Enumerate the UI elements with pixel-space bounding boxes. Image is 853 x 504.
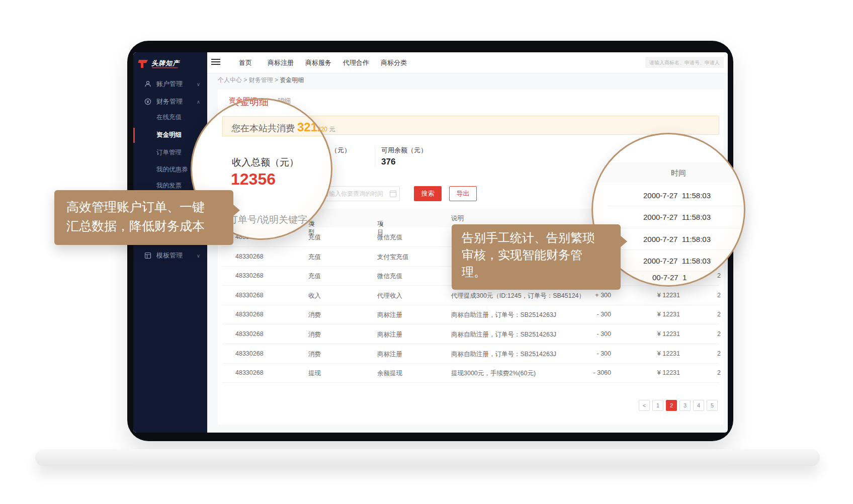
- sidebar-item-finance[interactable]: 财务管理 ∧: [133, 93, 207, 111]
- cell-desc: 商标自助注册，订单号：SB2514263J: [451, 350, 556, 359]
- cell-time-fragment: 2: [717, 292, 721, 299]
- hamburger-menu-icon[interactable]: [211, 59, 220, 66]
- cell-balance: ¥ 12231: [620, 350, 680, 357]
- breadcrumb-current: 资金明细: [280, 76, 304, 83]
- pagination-page-3[interactable]: 3: [679, 400, 691, 411]
- cell-project: 余额提现: [377, 369, 402, 378]
- cell-time-fragment: 2: [717, 272, 721, 279]
- cell-order: 48330268: [235, 350, 264, 357]
- cell-order: 48330268: [235, 253, 264, 260]
- lens-timestamp-fragment: 00-7-27 1: [652, 273, 687, 282]
- stat-balance-label: 可用余额（元）: [381, 146, 427, 155]
- cell-desc: 商标自助注册，订单号：SB2514263J: [451, 311, 556, 319]
- cell-type: 消费: [308, 330, 321, 339]
- cell-project: 微信充值: [377, 233, 402, 242]
- cell-balance: ¥ 12231: [620, 311, 680, 318]
- sidebar-subitem-orders[interactable]: 订单管理: [156, 146, 182, 158]
- table-row[interactable]: 48330268消费商标注册商标自助注册，订单号：SB2514263J- 300…: [222, 305, 719, 324]
- callout-text: 理。: [462, 264, 611, 281]
- lens-time-header: 时间: [671, 169, 686, 178]
- tooltip-arrow-icon: [233, 204, 240, 216]
- cell-order: 48330268: [235, 272, 264, 279]
- tooltip-arrow-icon: [620, 235, 627, 247]
- nav-home[interactable]: 首页: [239, 52, 252, 73]
- template-icon: [144, 252, 151, 259]
- cell-balance: ¥ 12231: [620, 369, 680, 376]
- sort-caret-icon: ∨: [310, 220, 315, 227]
- active-indicator: [133, 128, 135, 143]
- sidebar-subitem-recharge[interactable]: 在线充值: [156, 111, 182, 123]
- cell-project: 商标注册: [377, 330, 402, 339]
- date-query-input[interactable]: [318, 186, 400, 201]
- nav-tm-class[interactable]: 商标分类: [381, 52, 407, 73]
- lens-timestamp: 2000-7-27 11:58:03: [643, 191, 711, 200]
- brand-logo-icon: [137, 58, 149, 70]
- cell-project: 微信充值: [377, 272, 402, 281]
- breadcrumb-path: 个人中心 > 财务管理 >: [218, 76, 280, 83]
- cell-type: 消费: [308, 350, 321, 359]
- cell-type: 收入: [308, 292, 321, 300]
- lens-row-separator: [608, 228, 744, 228]
- sidebar-item-template[interactable]: 模板管理 ∨: [133, 246, 207, 265]
- table-row[interactable]: 48330268消费商标注册商标自助注册，订单号：SB2514263J- 300…: [222, 324, 719, 344]
- finance-icon: [144, 98, 151, 105]
- pagination-page-2-active[interactable]: 2: [666, 400, 677, 411]
- lens-time-header-strip: 时间: [593, 162, 744, 183]
- callout-text: 告别手工统计、告别繁琐: [462, 229, 611, 246]
- lens-timestamp: 2000-7-27 11:58:03: [643, 235, 711, 243]
- chevron-down-icon: ∨: [197, 253, 200, 259]
- search-button[interactable]: 搜索: [414, 186, 442, 201]
- cell-order: 48330268: [235, 292, 264, 299]
- cell-type: 充值: [308, 272, 321, 281]
- top-navbar: 首页 商标注册 商标服务 代理合作 商标分类: [207, 52, 728, 73]
- cell-project: 商标注册: [377, 350, 402, 359]
- export-button[interactable]: 导出: [449, 186, 477, 201]
- lens-row-separator: [608, 206, 744, 206]
- sidebar-item-label: 财务管理: [156, 97, 183, 106]
- callout-right: 告别手工统计、告别繁琐 审核，实现智能财务管 理。: [452, 224, 621, 290]
- cell-project: 代理收入: [377, 292, 402, 300]
- marketing-canvas: 头牌知产 账户管理 ∨ 财务管理 ∧ 在线充值 资金明细 订单管理 我的优惠券 …: [0, 0, 853, 504]
- sidebar-item-label: 模板管理: [156, 251, 183, 260]
- chevron-down-icon: ∨: [197, 81, 200, 87]
- pagination-page-1[interactable]: 1: [652, 400, 663, 411]
- cell-time-fragment: 2: [717, 330, 721, 338]
- cell-desc: 提现3000元，手续费2%(60元): [451, 369, 536, 378]
- lens-order-header: 订单号/说明关键字: [228, 213, 307, 226]
- cell-balance: ¥ 12231: [620, 292, 680, 299]
- sidebar-item-account[interactable]: 账户管理 ∨: [133, 75, 207, 93]
- global-search-input[interactable]: [645, 57, 724, 68]
- pagination-page-5[interactable]: 5: [707, 400, 718, 411]
- nav-tm-service[interactable]: 商标服务: [305, 52, 331, 73]
- cell-type: 充值: [308, 253, 321, 262]
- cell-amount: - 300: [544, 330, 611, 338]
- sidebar-subitem-fund-details[interactable]: 资金明细: [156, 129, 182, 141]
- calendar-icon[interactable]: [390, 191, 396, 197]
- sidebar-subitem-coupons[interactable]: 我的优惠券: [156, 163, 188, 176]
- lens-income-value: 12356: [231, 170, 276, 189]
- cell-order: 48330268: [235, 330, 264, 338]
- lens-row-separator: [608, 249, 744, 250]
- nav-tm-register[interactable]: 商标注册: [268, 52, 294, 73]
- lens-timestamp: 2000-7-27 11:58:03: [643, 257, 711, 265]
- pagination-page-4[interactable]: 4: [693, 400, 704, 411]
- stat-mid-label: （元）: [331, 146, 351, 155]
- cell-type: 提现: [308, 369, 321, 378]
- cell-amount: + 300: [544, 292, 611, 299]
- table-row[interactable]: 48330268消费商标注册商标自助注册，订单号：SB2514263J- 300…: [222, 344, 719, 364]
- chevron-up-icon: ∧: [197, 99, 200, 105]
- nav-agent[interactable]: 代理合作: [343, 52, 369, 73]
- cell-desc: 商标自助注册，订单号：SB2514263J: [451, 330, 556, 339]
- cell-amount: - 300: [544, 311, 611, 318]
- cell-project: 支付宝充值: [377, 253, 409, 262]
- callout-text: 审核，实现智能财务管: [462, 246, 611, 264]
- lens-notice-prefix: 您在本站共消费: [231, 123, 297, 133]
- callout-left: 高效管理账户订单、一键 汇总数据，降低财务成本: [54, 190, 233, 245]
- callout-text: 汇总数据，降低财务成本: [66, 216, 221, 235]
- table-row[interactable]: 48330268提现余额提现提现3000元，手续费2%(60元)- 3060¥ …: [222, 363, 719, 383]
- cell-amount: - 3060: [544, 369, 611, 376]
- lens-timestamp: 2000-7-27 11:58:03: [643, 213, 711, 221]
- notice-tail-unit: 元: [327, 126, 335, 133]
- pagination-prev[interactable]: <: [639, 400, 650, 411]
- brand-tagline: [152, 67, 178, 68]
